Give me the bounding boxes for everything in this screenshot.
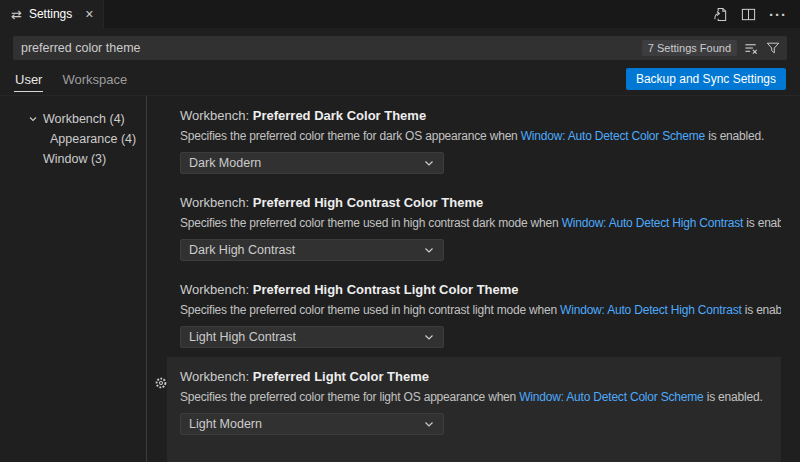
settings-header: 7 Settings Found Us [0,28,800,96]
setting-link[interactable]: Window: Auto Detect Color Scheme [521,129,705,143]
settings-body: Workbench (4) Appearance (4) Window (3) … [0,96,800,462]
setting-title: Workbench: Preferred High Contrast Color… [180,195,781,210]
tab-workspace-scope[interactable]: Workspace [61,66,128,91]
settings-editor-icon: ⇄ [11,8,22,21]
setting-title: Workbench: Preferred High Contrast Light… [180,282,781,297]
chevron-down-icon [423,418,435,430]
manage-gear-icon[interactable] [154,376,168,390]
value-dropdown[interactable]: Light Modern [180,413,444,435]
setting-description: Specifies the preferred color theme used… [180,216,781,230]
value-dropdown[interactable]: Light High Contrast [180,326,444,348]
split-editor-icon[interactable] [741,7,756,22]
more-actions-icon[interactable]: ··· [769,7,787,22]
dropdown-value: Light Modern [189,417,262,431]
results-count-badge: 7 Settings Found [642,40,737,56]
toc-item-window[interactable]: Window (3) [0,149,146,169]
value-dropdown[interactable]: Dark High Contrast [180,239,444,261]
setting-link[interactable]: Window: Auto Detect High Contrast [562,216,744,230]
setting-row-preferred-dark-color-theme[interactable]: Workbench: Preferred Dark Color Theme Sp… [167,96,781,183]
open-settings-json-icon[interactable] [713,7,728,22]
chevron-down-icon [423,331,435,343]
setting-title: Workbench: Preferred Dark Color Theme [180,108,781,123]
toc-item-label: Appearance (4) [50,132,136,146]
settings-list: Workbench: Preferred Dark Color Theme Sp… [147,96,800,462]
filter-icon[interactable] [766,41,780,55]
value-dropdown[interactable]: Dark Modern [180,152,444,174]
setting-row-preferred-high-contrast-light-color-theme[interactable]: Workbench: Preferred High Contrast Light… [167,270,781,357]
toc-item-workbench[interactable]: Workbench (4) [0,109,146,129]
chevron-down-icon [423,157,435,169]
settings-search-box[interactable]: 7 Settings Found [13,36,787,60]
settings-toc-tree: Workbench (4) Appearance (4) Window (3) [0,96,147,462]
close-tab-icon[interactable]: × [85,7,93,21]
search-row: 7 Settings Found [0,28,800,60]
setting-link[interactable]: Window: Auto Detect Color Scheme [519,390,703,404]
toc-item-appearance[interactable]: Appearance (4) [0,129,146,149]
chevron-down-icon [28,114,38,124]
setting-row-preferred-light-color-theme[interactable]: Workbench: Preferred Light Color Theme S… [167,357,781,462]
editor-tab-bar: ⇄ Settings × ··· [0,0,800,28]
settings-search-input[interactable] [21,41,635,55]
dropdown-value: Dark Modern [189,156,261,170]
setting-link[interactable]: Window: Auto Detect High Contrast [560,303,742,317]
setting-description: Specifies the preferred color theme for … [180,129,781,143]
toc-item-label: Window (3) [43,152,106,166]
settings-editor-window: ⇄ Settings × ··· [0,0,800,462]
setting-row-preferred-high-contrast-color-theme[interactable]: Workbench: Preferred High Contrast Color… [167,183,781,270]
setting-title: Workbench: Preferred Light Color Theme [180,369,781,384]
chevron-down-icon [423,244,435,256]
scope-tabs-row: User Workspace Backup and Sync Settings [0,62,800,95]
tab-settings[interactable]: ⇄ Settings × [0,0,104,28]
editor-actions: ··· [713,0,800,28]
dropdown-value: Dark High Contrast [189,243,295,257]
dropdown-value: Light High Contrast [189,330,296,344]
setting-description: Specifies the preferred color theme used… [180,303,781,317]
backup-sync-settings-button[interactable]: Backup and Sync Settings [626,68,786,90]
tab-user-scope[interactable]: User [14,66,43,92]
toc-item-label: Workbench (4) [43,112,125,126]
clear-filters-icon[interactable] [744,41,759,56]
tab-label: Settings [29,7,72,21]
setting-description: Specifies the preferred color theme for … [180,390,781,404]
